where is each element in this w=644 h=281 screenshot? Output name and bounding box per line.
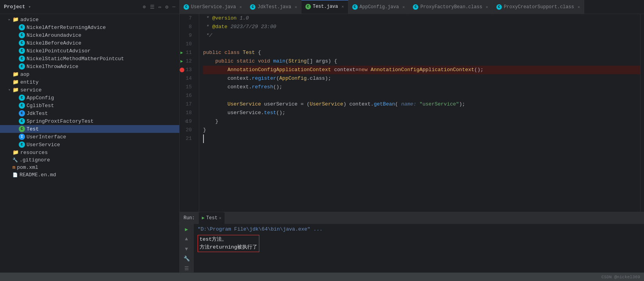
status-text: CSDN @nickel369 [601,275,640,279]
run-icon-11[interactable]: ▶ [180,48,183,57]
git-icon: 🔧 [12,158,18,163]
run-lines-btn[interactable]: ☰ [182,265,191,272]
breakpoint-13[interactable] [180,68,184,72]
folder-icon: 📁 [12,79,19,85]
tab-label-ProxyCreatorSupport: ProxyCreatorSupport.class [504,4,574,10]
line-num-14: 14 [180,74,195,83]
tab-AppConfig[interactable]: C AppConfig.java ✕ [348,0,409,14]
line-num-12: ▶ 12 [180,57,195,66]
toolbar-icon-globe[interactable]: ⊕ [143,4,146,10]
sidebar-item-JdkTest[interactable]: C JdkTest [0,109,179,117]
project-dropdown-icon[interactable]: ▾ [29,4,31,9]
sidebar-item-NickelAroundadvice[interactable]: C NickelAroundadvice [0,31,179,39]
bottom-panel: Run: ▶ Test ✕ ▶ ▲ ▼ 🔧 ☰ [180,212,644,272]
status-bar: CSDN @nickel369 [0,272,644,281]
tab-ProxyCreatorSupport[interactable]: C ProxyCreatorSupport.class ✕ [492,0,584,14]
file-c-icon: C [19,126,25,132]
sidebar-tree[interactable]: ▸ 📁 advice C NickelAfterReturningAdvice … [0,14,179,272]
project-header: Project ▾ ⊕ ☰ ⇔ ⚙ — [0,0,180,14]
tree-label-advice: advice [20,17,39,23]
tree-label: CglibTest [27,103,54,109]
tree-label: .gitignore [20,157,50,163]
tab-ProxyFactoryBean[interactable]: C ProxyFactoryBean.class ✕ [409,0,492,14]
tab-close-Test[interactable]: ✕ [342,4,344,9]
sidebar-item-aop[interactable]: 📁 aop [0,70,179,78]
tab-UserService[interactable]: C UserService.java ✕ [180,0,246,14]
tab-icon-UserService: C [184,4,189,10]
run-down-btn[interactable]: ▼ [182,245,191,252]
tab-label-JdkTest: JdkTest.java [257,4,291,10]
run-up-btn[interactable]: ▲ [182,235,191,243]
run-tab[interactable]: ▶ Test ✕ [199,212,225,224]
sidebar-item-CglibTest[interactable]: C CglibTest [0,102,179,109]
sidebar-item-SpringProxtFactoryTest[interactable]: C SpringProxtFactoryTest [0,117,179,125]
tree-label: README.en.md [20,172,56,178]
toolbar-icon-minus[interactable]: — [172,4,175,10]
tree-label: NickelStaticMethodMatherPointcut [27,56,124,62]
sidebar-item-readme[interactable]: 📄 README.en.md [0,171,179,179]
vertical-scrollbar[interactable] [640,14,644,212]
run-play-btn[interactable]: ▶ [182,226,191,233]
file-c-icon: C [19,32,25,38]
code-line-20: } [203,126,640,134]
tab-close-UserService[interactable]: ✕ [239,5,242,9]
tab-close-ProxyCreatorSupport[interactable]: ✕ [578,5,580,9]
sidebar-item-pom[interactable]: m pom.xml [0,164,179,171]
cursor [203,134,207,143]
sidebar-item-Test[interactable]: C Test [0,125,179,133]
line-num-15: 15 [180,83,195,91]
sidebar-item-NickelStaticMethodMatherPointcut[interactable]: C NickelStaticMethodMatherPointcut [0,55,179,63]
tree-label: AppConfig [27,95,54,101]
tab-label-ProxyFactoryBean: ProxyFactoryBean.class [420,4,482,10]
sidebar-item-UserInterface[interactable]: I UserInterface [0,133,179,141]
line-num-18: 18 [180,109,195,117]
file-c-icon: C [19,95,25,101]
tab-close-JdkTest[interactable]: ✕ [295,5,297,9]
run-output: "D:\Program File\jdk\64\bin\java.exe" ..… [194,224,644,272]
line-num-13: 13 [180,66,195,74]
tree-label: pom.xml [17,165,38,170]
tab-close-AppConfig[interactable]: ✕ [402,5,405,9]
run-wrench-btn[interactable]: 🔧 [182,255,191,263]
tree-label-entity: entity [20,79,39,85]
code-line-12: public static void main ( String [] args… [203,57,640,66]
toolbar-icon-list[interactable]: ☰ [150,4,155,10]
toolbar-icon-gear[interactable]: ⚙ [165,4,168,10]
sidebar-item-NickelBeforeAdvice[interactable]: C NickelBeforeAdvice [0,39,179,47]
sidebar-item-NickelAfterReturningAdvice[interactable]: C NickelAfterReturningAdvice [0,23,179,31]
sidebar-item-NickelThrowAdvice[interactable]: C NickelThrowAdvice [0,63,179,70]
code-editor[interactable]: * @version 1.0 * @date 2023/7/29 23:00 *… [199,14,640,212]
tab-label-UserService: UserService.java [191,4,236,10]
code-line-11: public class Test { [203,48,640,57]
tab-JdkTest[interactable]: C JdkTest.java ✕ [246,0,301,14]
tab-close-ProxyFactoryBean[interactable]: ✕ [486,5,488,9]
line-num-20: 20 [180,126,195,134]
sidebar-item-resources[interactable]: 📁 resources [0,149,179,156]
tab-Test[interactable]: C Test.java ✕ [301,0,348,14]
file-c-icon: C [19,141,25,148]
bottom-content: ▶ ▲ ▼ 🔧 ☰ "D:\Program File\jdk\64\bin\ja… [180,224,644,272]
sidebar-item-UserService[interactable]: C UserService [0,141,179,149]
tab-icon-Test: C [305,4,311,9]
sidebar-item-NickelPointcutAdvisor[interactable]: C NickelPointcutAdvisor [0,47,179,55]
tree-label: NickelThrowAdvice [27,64,78,70]
tab-icon-JdkTest: C [250,4,255,10]
tree-label: NickelBeforeAdvice [27,40,81,46]
run-icon-12[interactable]: ▶ [180,57,183,66]
run-tab-close[interactable]: ✕ [219,216,221,220]
code-line-19: } [203,117,640,126]
line-num-10: 10 [180,40,195,48]
sidebar-item-AppConfig[interactable]: C AppConfig [0,94,179,102]
output-cmd-line: "D:\Program File\jdk\64\bin\java.exe" ..… [198,226,640,233]
bottom-tabs: Run: ▶ Test ✕ [180,212,644,224]
sidebar-item-entity[interactable]: 📁 entity [0,78,179,86]
sidebar-item-gitignore[interactable]: 🔧 .gitignore [0,156,179,164]
folder-res-icon: 📁 [12,149,19,156]
toolbar-icon-expand[interactable]: ⇔ [159,4,162,10]
sidebar-item-advice[interactable]: ▸ 📁 advice [0,16,179,23]
maven-icon: m [12,165,15,170]
folder-icon: 📁 [12,71,19,77]
fold-icon-19[interactable]: ⊟ [185,117,187,126]
sidebar-item-service[interactable]: ▾ 📁 service [0,86,179,94]
line-num-7: 7 [180,14,195,23]
